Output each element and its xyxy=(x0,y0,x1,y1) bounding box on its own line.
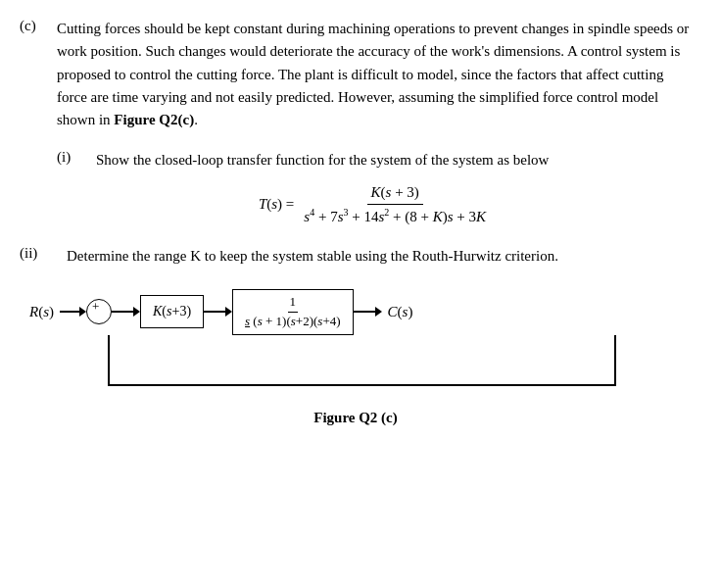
feedback-path xyxy=(29,335,692,386)
arrow-block2-to-output xyxy=(354,307,382,317)
block2-fraction: 1 s (s + 1)(s+2)(s+4) xyxy=(243,294,343,330)
section-c-label: (c) xyxy=(20,18,47,131)
formula-numerator: K(s + 3) xyxy=(367,182,423,205)
line-block2-output xyxy=(354,311,375,313)
block2-plant: 1 s (s + 1)(s+2)(s+4) xyxy=(232,289,354,335)
cs-label: C(s) xyxy=(388,304,413,320)
block2-numerator: 1 xyxy=(288,294,299,313)
section-c: (c) Cutting forces should be kept consta… xyxy=(20,18,692,131)
formula-lhs: T(s) = xyxy=(259,192,294,218)
arrowhead-to-sum xyxy=(79,307,86,317)
arrow-block1-to-block2 xyxy=(204,307,232,317)
subsection-i: (i) Show the closed-loop transfer functi… xyxy=(57,149,692,226)
block-diagram-container: R(s) + K(s+3) 1 s (s + 1)(s+2)(s xyxy=(29,289,692,386)
figure-caption: Figure Q2 (c) xyxy=(20,410,692,426)
plus-sign: + xyxy=(92,299,99,315)
section-c-text: Cutting forces should be kept constant d… xyxy=(57,18,692,131)
subsection-ii-text: Determine the range K to keep the system… xyxy=(67,245,692,268)
feedback-bottom-horizontal xyxy=(108,384,616,386)
arrow-to-sum xyxy=(60,307,86,317)
subsection-i-row: (i) Show the closed-loop transfer functi… xyxy=(57,149,692,172)
line-sum-block1 xyxy=(112,311,133,313)
figure-ref: Figure Q2(c) xyxy=(114,112,194,127)
summing-junction: + xyxy=(86,299,112,324)
block1-k-s-plus-3: K(s+3) xyxy=(140,295,204,328)
rs-label: R(s) xyxy=(29,304,54,320)
feedback-right-vertical xyxy=(614,335,616,386)
line-block1-block2 xyxy=(204,311,225,313)
feedback-spacer xyxy=(29,335,692,386)
formula-line: T(s) = K(s + 3) s4 + 7s3 + 14s2 + (8 + K… xyxy=(57,182,692,227)
feedback-left-vertical xyxy=(108,335,110,386)
arrowhead-sum-block1 xyxy=(133,307,140,317)
transfer-function-formula: T(s) = K(s + 3) s4 + 7s3 + 14s2 + (8 + K… xyxy=(57,182,692,227)
arrowhead-output xyxy=(375,307,382,317)
subsection-ii-label: (ii) xyxy=(20,245,57,268)
subsection-i-text: Show the closed-loop transfer function f… xyxy=(96,149,692,172)
subsection-ii: (ii) Determine the range K to keep the s… xyxy=(20,245,692,268)
arrowhead-block1-block2 xyxy=(225,307,232,317)
formula-denominator: s4 + 7s3 + 14s2 + (8 + K)s + 3K xyxy=(300,205,490,227)
formula-fraction: K(s + 3) s4 + 7s3 + 14s2 + (8 + K)s + 3K xyxy=(300,182,490,227)
line-to-sum xyxy=(60,311,79,313)
arrow-sum-to-block1 xyxy=(112,307,140,317)
figure-caption-text: Figure Q2 (c) xyxy=(313,410,398,425)
block2-denominator: s (s + 1)(s+2)(s+4) xyxy=(243,313,343,330)
subsection-i-label: (i) xyxy=(57,149,86,172)
block1-label: K(s+3) xyxy=(153,304,191,319)
block-diagram-main-row: R(s) + K(s+3) 1 s (s + 1)(s+2)(s xyxy=(29,289,692,335)
